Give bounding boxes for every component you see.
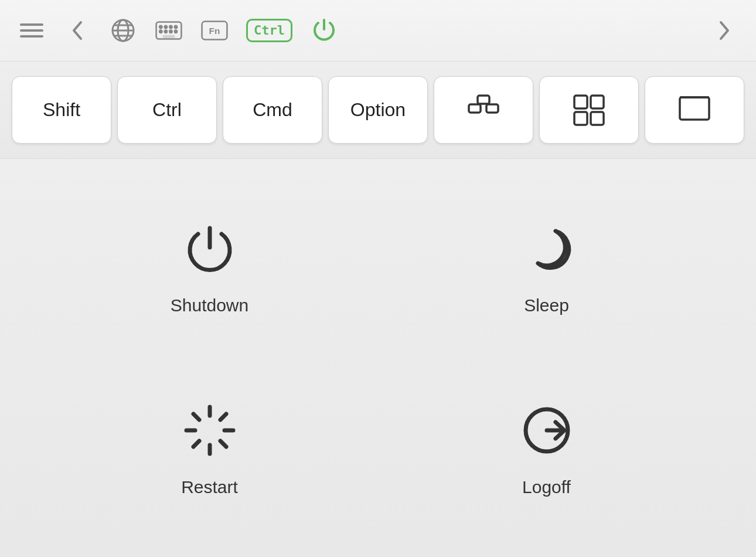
fn-key-icon[interactable]: Fn xyxy=(200,16,229,45)
chevron-left-icon[interactable] xyxy=(63,16,91,45)
ctrl-key-button[interactable]: Ctrl xyxy=(117,76,217,144)
svg-point-23 xyxy=(165,30,167,33)
svg-point-25 xyxy=(175,30,177,33)
svg-point-24 xyxy=(169,30,172,33)
svg-rect-31 xyxy=(574,96,587,108)
svg-rect-33 xyxy=(574,112,587,125)
svg-line-43 xyxy=(220,414,226,420)
svg-rect-35 xyxy=(680,97,709,120)
sleep-action[interactable]: Sleep xyxy=(517,219,576,315)
svg-rect-30 xyxy=(478,96,489,104)
svg-line-44 xyxy=(193,441,199,447)
power-icon[interactable] xyxy=(310,16,338,45)
toolbar: Fn Ctrl xyxy=(0,0,756,62)
svg-point-20 xyxy=(169,26,172,28)
svg-text:Fn: Fn xyxy=(209,26,220,36)
cmd-key-button[interactable]: Cmd xyxy=(223,76,322,144)
shift-key-button[interactable]: Shift xyxy=(12,76,111,144)
restart-action[interactable]: Restart xyxy=(181,401,239,497)
svg-point-22 xyxy=(159,30,162,33)
svg-rect-29 xyxy=(486,104,498,113)
option-key-button[interactable]: Option xyxy=(328,76,428,144)
logoff-label: Logoff xyxy=(522,477,571,497)
desktop-key-button[interactable] xyxy=(645,76,744,144)
shutdown-label: Shutdown xyxy=(171,296,248,315)
globe-icon[interactable] xyxy=(109,16,137,45)
main-content: Shutdown Sleep Restart Logoff xyxy=(0,159,756,557)
logoff-action[interactable]: Logoff xyxy=(517,401,576,497)
svg-rect-17 xyxy=(163,35,175,38)
svg-point-18 xyxy=(159,26,162,28)
chevron-right-icon[interactable] xyxy=(710,16,738,45)
hamburger-menu-button[interactable] xyxy=(18,16,46,45)
svg-point-21 xyxy=(175,26,177,28)
key-row: Shift Ctrl Cmd Option xyxy=(0,62,756,159)
mission-control-key-button[interactable] xyxy=(434,76,533,144)
shutdown-action[interactable]: Shutdown xyxy=(171,219,248,315)
restart-label: Restart xyxy=(181,477,238,497)
svg-rect-32 xyxy=(591,96,604,108)
keyboard-icon[interactable] xyxy=(155,16,183,45)
svg-rect-28 xyxy=(469,104,481,113)
svg-point-19 xyxy=(165,26,167,28)
ctrl-key-icon[interactable]: Ctrl xyxy=(246,19,292,42)
app-windows-key-button[interactable] xyxy=(539,76,639,144)
svg-rect-34 xyxy=(591,112,604,125)
ctrl-key-label: Ctrl xyxy=(246,19,292,42)
sleep-label: Sleep xyxy=(524,296,569,315)
svg-line-42 xyxy=(220,441,226,447)
svg-line-41 xyxy=(193,414,199,420)
